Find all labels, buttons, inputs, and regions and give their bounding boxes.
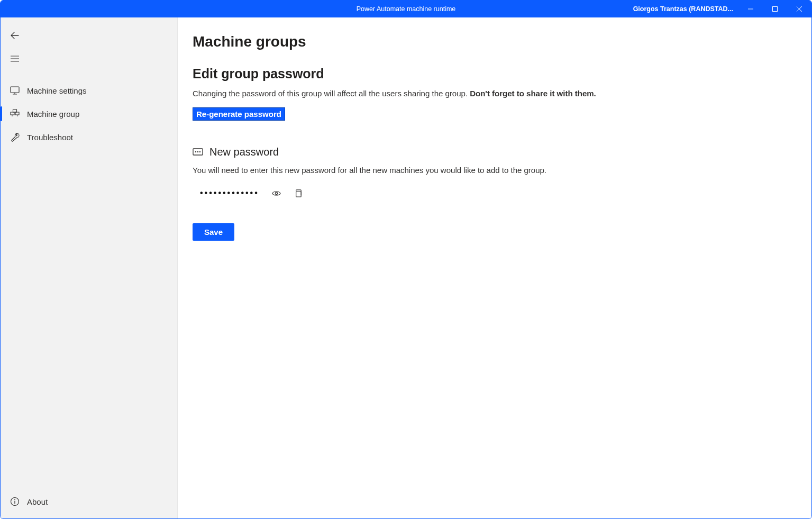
- maximize-icon: [772, 6, 778, 12]
- back-arrow-icon: [10, 31, 20, 40]
- monitor-icon: [10, 86, 20, 95]
- window-title: Power Automate machine runtime: [357, 5, 456, 13]
- svg-rect-12: [13, 110, 17, 112]
- svg-rect-11: [15, 112, 19, 115]
- minimize-icon: [747, 6, 754, 12]
- close-icon: [796, 6, 802, 12]
- copy-icon: [294, 189, 303, 198]
- password-description: You will need to enter this new password…: [193, 166, 811, 175]
- sidebar-item-label: About: [27, 497, 48, 506]
- sidebar-item-machine-group[interactable]: Machine group: [1, 102, 177, 125]
- wrench-icon: [10, 132, 20, 142]
- svg-point-16: [14, 499, 15, 500]
- sidebar-item-machine-settings[interactable]: Machine settings: [1, 79, 177, 102]
- svg-point-19: [195, 151, 196, 152]
- svg-rect-23: [296, 191, 301, 196]
- svg-rect-7: [11, 87, 19, 93]
- eye-icon: [272, 189, 281, 198]
- close-button[interactable]: [787, 1, 811, 17]
- section-title: Edit group password: [193, 66, 811, 81]
- copy-password-button[interactable]: [294, 189, 303, 198]
- main-content: Machine groups Edit group password Chang…: [178, 17, 811, 518]
- sidebar-item-label: Machine group: [27, 110, 79, 119]
- maximize-button[interactable]: [763, 1, 787, 17]
- titlebar: Power Automate machine runtime Giorgos T…: [1, 1, 811, 17]
- password-field-icon: [193, 148, 203, 157]
- sidebar-item-troubleshoot[interactable]: Troubleshoot: [1, 125, 177, 149]
- show-password-button[interactable]: [272, 189, 281, 198]
- sidebar-item-label: Troubleshoot: [27, 133, 73, 142]
- regenerate-password-button[interactable]: Re-generate password: [193, 107, 285, 121]
- minimize-button[interactable]: [738, 1, 763, 17]
- group-icon: [10, 109, 20, 119]
- sidebar-item-label: Machine settings: [27, 86, 87, 95]
- password-value: •••••••••••••: [200, 188, 259, 198]
- page-title: Machine groups: [193, 33, 811, 50]
- info-icon: [10, 497, 20, 506]
- hamburger-icon: [10, 54, 20, 63]
- password-label: New password: [209, 146, 279, 158]
- svg-point-21: [199, 151, 200, 152]
- svg-point-22: [275, 192, 277, 194]
- user-name[interactable]: Giorgos Trantzas (RANDSTAD...: [628, 5, 738, 13]
- section-description: Changing the password of this group will…: [193, 89, 811, 98]
- svg-rect-1: [773, 7, 778, 12]
- save-button[interactable]: Save: [193, 223, 234, 241]
- hamburger-button[interactable]: [1, 47, 177, 70]
- sidebar-item-about[interactable]: About: [1, 490, 177, 513]
- sidebar: Machine settings Machine group Troublesh…: [1, 17, 178, 518]
- back-button[interactable]: [1, 24, 177, 47]
- svg-point-20: [197, 151, 198, 152]
- svg-rect-10: [11, 112, 14, 115]
